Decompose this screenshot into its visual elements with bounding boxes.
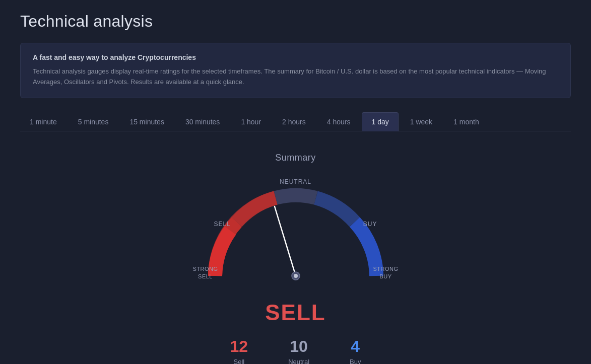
stat-value-sell: 12 (230, 337, 248, 356)
neutral-label: NEUTRAL (280, 178, 311, 185)
stat-value-neutral: 10 (290, 337, 308, 356)
info-box: A fast and easy way to analyze Cryptocur… (20, 43, 571, 98)
sell-label: SELL (214, 221, 231, 228)
tab-1week[interactable]: 1 week (401, 112, 442, 131)
stat-neutral: 10Neutral (288, 337, 309, 364)
page-container: Technical analysis A fast and easy way t… (0, 0, 591, 364)
tab-2hours[interactable]: 2 hours (273, 112, 315, 131)
tab-15min[interactable]: 15 minutes (120, 112, 173, 131)
svg-point-2 (294, 274, 298, 278)
stat-label-neutral: Neutral (288, 358, 309, 364)
gauge-section: Summary NEUTRAL SELL BUY STRONGSELL STRO… (20, 148, 571, 364)
stat-label-buy: Buy (350, 358, 361, 364)
timeframe-tabs: 1 minute5 minutes15 minutes30 minutes1 h… (20, 112, 571, 131)
sell-result: SELL (265, 300, 325, 325)
svg-line-0 (275, 206, 296, 276)
stat-label-sell: Sell (233, 358, 244, 364)
stats-row: 12Sell10Neutral4Buy (230, 337, 361, 364)
buy-label: BUY (363, 221, 377, 228)
tab-1month[interactable]: 1 month (444, 112, 489, 131)
strong-buy-label: STRONGBUY (373, 265, 398, 281)
tab-5min[interactable]: 5 minutes (69, 112, 118, 131)
stat-buy: 4Buy (350, 337, 361, 364)
info-box-text: Technical analysis gauges display real-t… (33, 66, 558, 88)
tab-1min[interactable]: 1 minute (20, 112, 67, 131)
stat-value-buy: 4 (351, 337, 360, 356)
summary-label: Summary (275, 153, 316, 163)
tab-1day[interactable]: 1 day (362, 112, 398, 131)
info-box-title: A fast and easy way to analyze Cryptocur… (33, 53, 558, 61)
tab-1hour[interactable]: 1 hour (231, 112, 271, 131)
page-title: Technical analysis (20, 12, 571, 31)
stat-sell: 12Sell (230, 337, 248, 364)
strong-sell-label: STRONGSELL (193, 265, 218, 281)
gauge-wrapper: NEUTRAL SELL BUY STRONGSELL STRONGBUY (185, 175, 407, 296)
tab-4hours[interactable]: 4 hours (317, 112, 360, 131)
tab-30min[interactable]: 30 minutes (176, 112, 229, 131)
